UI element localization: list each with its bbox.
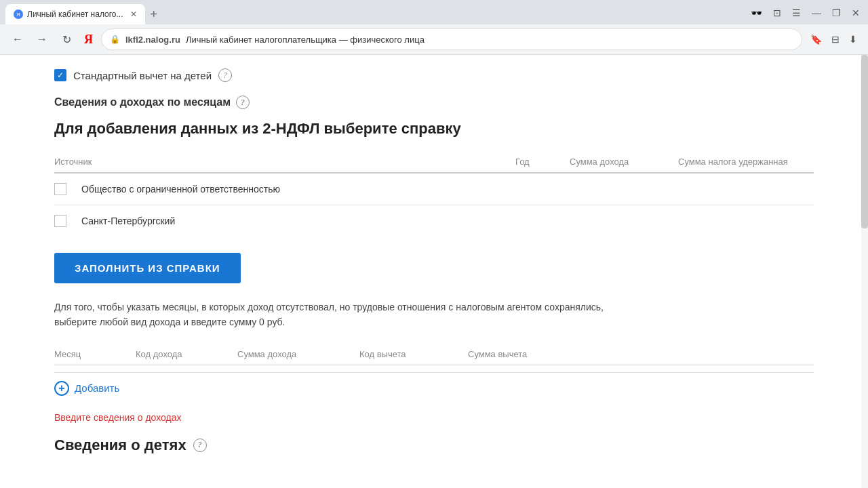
col-tax: Сумма налога удержанная (678, 157, 814, 167)
yandex-logo: Я (81, 33, 96, 47)
browser-chrome: Я Личный кабинет налого... ✕ + 🕶️ ⊡ ☰ — … (0, 0, 868, 55)
row1-text: Общество с ограниченной ответственностью (81, 184, 814, 195)
ndfl-table: Общество с ограниченной ответственностью… (54, 173, 814, 237)
page-title-bar: Личный кабинет налогоплательщика — физич… (186, 35, 425, 45)
children-help-icon[interactable]: ? (193, 439, 207, 452)
income-section-help-icon[interactable]: ? (236, 96, 250, 109)
lock-icon: 🔒 (110, 35, 120, 44)
income-section-title: Сведения о доходах по месяцам (54, 96, 231, 108)
income-section-header: Сведения о доходах по месяцам ? (54, 96, 814, 109)
bookmark-button[interactable]: 🔖 (808, 31, 825, 47)
bookmark-manage-button[interactable]: ⊡ (770, 6, 784, 20)
forward-button[interactable]: → (33, 30, 52, 49)
col-income: Сумма дохода (570, 157, 678, 167)
add-row[interactable]: + Добавить (54, 381, 814, 396)
address-bar[interactable]: 🔒 lkfl2.nalog.ru Личный кабинет налогопл… (101, 28, 802, 50)
page-content: ✓ Стандартный вычет на детей ? Сведения … (0, 55, 868, 488)
tab-title: Личный кабинет налого... (27, 9, 123, 19)
browser-menu-button[interactable]: ☰ (789, 6, 804, 20)
info-text: Для того, чтобы указать месяцы, в которы… (54, 300, 814, 330)
scrollbar[interactable] (861, 55, 868, 488)
active-tab[interactable]: Я Личный кабинет налого... ✕ (5, 4, 145, 24)
col-month: Месяц (54, 349, 136, 359)
translate-button[interactable]: ⊟ (829, 31, 842, 47)
browser-right-actions: 🔖 ⊟ ⬇ (808, 31, 860, 47)
standard-deduction-checkbox[interactable]: ✓ (54, 69, 66, 81)
table-row: Общество с ограниченной ответственностью (54, 174, 814, 205)
add-label: Добавить (75, 382, 119, 394)
back-button[interactable]: ← (8, 30, 27, 49)
glasses-icon: 🕶️ (751, 7, 762, 18)
standard-deduction-help-icon[interactable]: ? (218, 68, 232, 82)
standard-deduction-label: Стандартный вычет на детей (73, 70, 212, 81)
col-deduction-code: Код вычета (359, 349, 468, 359)
bookmark-manage-icon: ⊡ (773, 7, 781, 18)
new-tab-button[interactable]: + (145, 8, 163, 20)
ndfl-heading: Для добавления данных из 2-НДФЛ выберите… (54, 120, 814, 138)
col-source: Источник (54, 157, 515, 167)
col-income-code: Код дохода (136, 349, 237, 359)
error-text: Введите сведения о доходах (54, 412, 814, 423)
address-url: lkfl2.nalog.ru (125, 35, 180, 45)
scrollbar-thumb[interactable] (861, 55, 868, 228)
col-deduction-sum: Сумма вычета (468, 349, 590, 359)
bookmark-icon: 🔖 (810, 34, 822, 45)
refresh-button[interactable]: ↻ (57, 30, 76, 49)
divider (54, 372, 814, 373)
row1-checkbox[interactable] (54, 183, 66, 195)
col-income-sum: Сумма дохода (237, 349, 359, 359)
restore-button[interactable]: ❐ (829, 6, 844, 20)
income-columns-header: Месяц Код дохода Сумма дохода Код вычета… (54, 344, 814, 365)
address-bar-row: ← → ↻ Я 🔒 lkfl2.nalog.ru Личный кабинет … (0, 24, 868, 54)
translate-icon: ⊟ (831, 34, 840, 45)
ndfl-table-header: Источник Год Сумма дохода Сумма налога у… (54, 151, 814, 173)
glasses-button[interactable]: 🕶️ (748, 6, 765, 20)
checkmark-icon: ✓ (57, 71, 64, 79)
tab-bar: Я Личный кабинет налого... ✕ + 🕶️ ⊡ ☰ — … (0, 0, 868, 24)
row2-text: Санкт-Петербургский (81, 216, 814, 226)
close-window-button[interactable]: ✕ (849, 6, 863, 20)
minimize-button[interactable]: — (809, 6, 824, 20)
table-row: Санкт-Петербургский (54, 205, 814, 237)
row2-checkbox[interactable] (54, 215, 66, 227)
download-icon: ⬇ (849, 34, 857, 45)
add-circle-icon: + (54, 381, 69, 396)
col-year: Год (515, 157, 570, 167)
tab-favicon: Я (14, 9, 23, 19)
fill-from-certificate-button[interactable]: ЗАПОЛНИТЬ ИЗ СПРАВКИ (54, 253, 241, 283)
browser-window-controls: 🕶️ ⊡ ☰ — ❐ ✕ (748, 6, 863, 22)
children-section-header: Сведения о детях ? (54, 436, 814, 454)
tab-close-button[interactable]: ✕ (130, 9, 137, 19)
children-heading-text: Сведения о детях (54, 436, 186, 454)
download-button[interactable]: ⬇ (846, 31, 860, 47)
menu-icon: ☰ (792, 7, 801, 18)
standard-deduction-row: ✓ Стандартный вычет на детей ? (54, 68, 814, 82)
